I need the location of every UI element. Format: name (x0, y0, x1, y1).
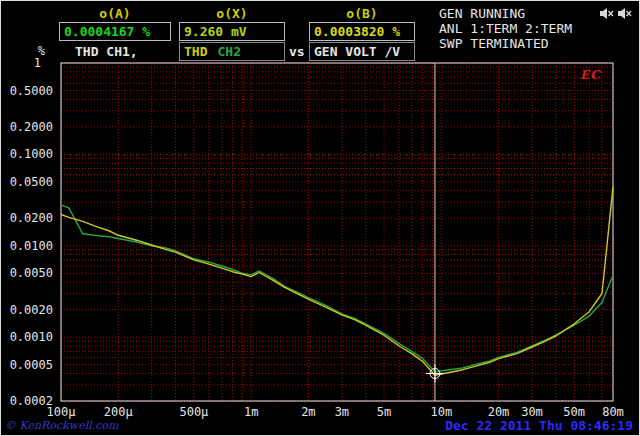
analyzer-panel: o(A) o(X) o(B) 0.0004167 % 9.260 mV 0.00… (0, 0, 640, 436)
y-tick-label: 0.0100 (10, 239, 53, 253)
y-tick-label: 0.0005 (10, 358, 53, 372)
y-tick-label: 0.0050 (10, 266, 53, 280)
x-tick-label: 1m (244, 405, 258, 419)
x-tick-label: 20m (488, 405, 510, 419)
plot-area[interactable]: 100µ200µ500µ1m2m3m5m10m20m30m50m80m10.50… (1, 1, 640, 436)
trace-ch2 (61, 187, 613, 375)
watermark: © KenRockwell.com (5, 419, 118, 432)
x-tick-label: 200µ (104, 405, 133, 419)
x-tick-label: 80m (602, 405, 624, 419)
y-axis-unit: % (38, 44, 46, 58)
x-tick-label: 30m (521, 405, 543, 419)
x-tick-label: 2m (301, 405, 315, 419)
x-tick-label: 3m (335, 405, 349, 419)
y-tick-label: 0.0500 (10, 175, 53, 189)
trace-ch1 (61, 205, 613, 372)
x-tick-label: 50m (563, 405, 585, 419)
ec-logo: EC (580, 68, 601, 82)
y-tick-label: 0.0200 (10, 211, 53, 225)
y-tick-label: 0.2000 (10, 120, 53, 134)
x-tick-label: 10m (430, 405, 452, 419)
y-tick-label: 0.1000 (10, 147, 53, 161)
y-tick-label: 0.0020 (10, 303, 53, 317)
y-tick-label: 0.0010 (10, 330, 53, 344)
y-tick-label: 0.0002 (10, 394, 53, 408)
y-tick-label: 1 (34, 56, 41, 70)
plot-border (61, 63, 613, 401)
datetime: Dec 22 2011 Thu 08:46:19 (445, 418, 633, 433)
y-tick-label: 0.5000 (10, 84, 53, 98)
x-tick-label: 5m (377, 405, 391, 419)
x-tick-label: 500µ (179, 405, 208, 419)
